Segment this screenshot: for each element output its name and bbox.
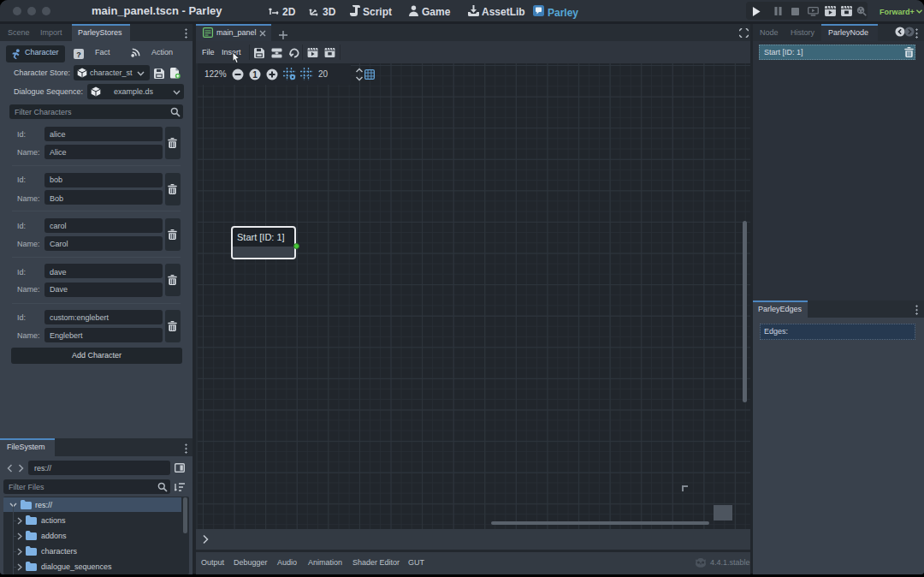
- svg-text:1: 1: [252, 70, 258, 80]
- svg-text:?: ?: [76, 51, 81, 59]
